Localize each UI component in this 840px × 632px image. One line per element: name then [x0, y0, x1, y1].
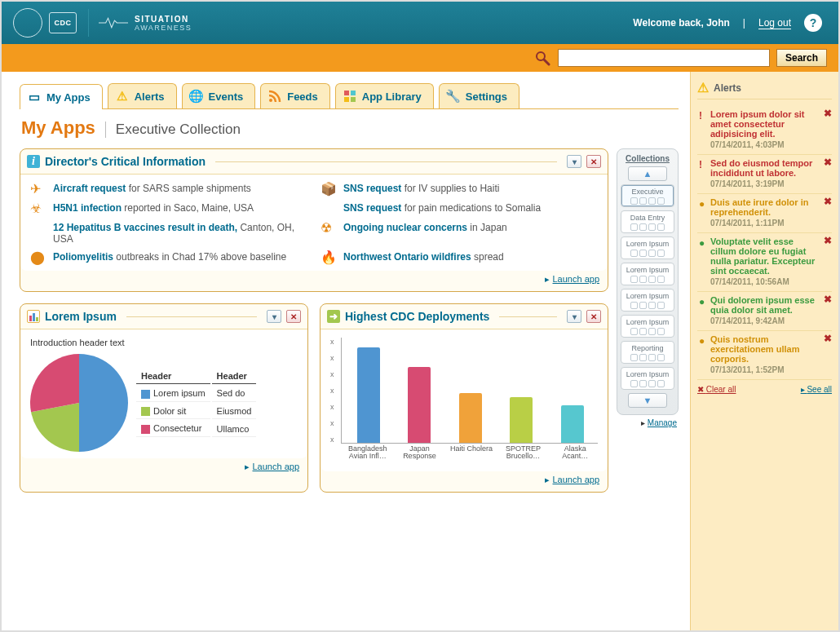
alert-item[interactable]: !✖Lorem ipsum dolor sit amet consectetur…: [697, 106, 832, 155]
alerts-heading: Alerts: [714, 82, 741, 94]
alert-item[interactable]: ●✖Quis nostrum exercitationem ullam corp…: [697, 331, 832, 380]
bar: [499, 397, 544, 443]
svg-rect-6: [351, 97, 356, 102]
collection-item[interactable]: Executive: [621, 184, 674, 207]
intro-text: Introduction header text: [30, 338, 298, 347]
tab-feeds[interactable]: Feeds: [260, 83, 330, 108]
alert-message: Duis aute irure dolor in reprehenderit.: [710, 197, 820, 217]
search-icon: [533, 49, 551, 67]
bar: [397, 367, 442, 443]
collection-item[interactable]: Lorem Ipsum: [621, 289, 674, 312]
info-icon: i: [27, 155, 40, 168]
alert-item[interactable]: ●✖Voluptate velit esse cillum dolore eu …: [697, 233, 832, 292]
dci-text: SNS request for IV supplies to Haiti: [343, 183, 499, 194]
dci-icon: ✈: [30, 183, 46, 196]
dismiss-button[interactable]: ✖: [824, 333, 832, 344]
panel-menu-button[interactable]: ▾: [567, 155, 581, 168]
panel-close-button[interactable]: ✕: [586, 310, 601, 323]
dci-text: Ongoing nuclear concerns in Japan: [343, 222, 507, 233]
bar-label: Bangladesh Avian Infl…: [345, 445, 391, 465]
dismiss-button[interactable]: ✖: [824, 196, 832, 207]
collection-item[interactable]: Reporting: [621, 341, 674, 364]
logout-link[interactable]: Log out: [758, 17, 791, 29]
alert-message: Qui dolorem ipsum esse quia dolor sit am…: [710, 295, 820, 315]
dci-item[interactable]: ☢Ongoing nuclear concerns in Japan: [321, 222, 598, 245]
panel-close-button[interactable]: ✕: [586, 155, 601, 168]
panel-menu-button[interactable]: ▾: [567, 310, 581, 323]
collection-item[interactable]: Data Entry: [621, 210, 674, 233]
collection-item[interactable]: Lorem Ipsum: [621, 367, 674, 390]
search-bar: Search: [2, 44, 838, 72]
search-input[interactable]: [558, 49, 770, 67]
panel-rule: [499, 316, 557, 317]
tab-alerts[interactable]: ⚠ Alerts: [108, 83, 177, 108]
dci-item[interactable]: ☣H5N1 infection reported in Saco, Maine,…: [30, 202, 307, 215]
alert-timestamp: 07/14/2011, 10:56AM: [710, 277, 820, 286]
tab-settings[interactable]: 🔧 Settings: [439, 83, 519, 108]
scroll-up-button[interactable]: ▲: [628, 166, 667, 181]
svg-rect-5: [344, 97, 349, 102]
panel-heading: Highest CDC Deployments: [345, 310, 489, 323]
collection-item[interactable]: Lorem Ipsum: [621, 236, 674, 259]
dci-item[interactable]: 12 Hepatitus B vaccines result in death,…: [30, 222, 307, 245]
dismiss-button[interactable]: ✖: [824, 294, 832, 305]
severity-icon: ●: [699, 296, 705, 307]
bar: [449, 393, 493, 443]
tab-label: Feeds: [287, 91, 318, 103]
x-labels: Bangladesh Avian Infl…Japan ResponseHait…: [345, 445, 598, 465]
severity-icon: ●: [699, 237, 705, 249]
panel-menu-button[interactable]: ▾: [267, 310, 281, 323]
main-tabs: ▭ My Apps ⚠ Alerts 🌐 Events Feeds: [20, 83, 679, 109]
alert-message: Voluptate velit esse cillum dolore eu fu…: [710, 236, 820, 276]
tab-app-library[interactable]: App Library: [335, 83, 434, 108]
search-button[interactable]: Search: [776, 49, 827, 67]
alert-item[interactable]: ●✖Qui dolorem ipsum esse quia dolor sit …: [697, 292, 832, 331]
scroll-down-button[interactable]: ▼: [628, 393, 667, 408]
clear-all-link[interactable]: Clear all: [697, 385, 736, 394]
dci-item[interactable]: 📦SNS request for IV supplies to Haiti: [321, 183, 598, 196]
collections-heading: Collections: [621, 154, 674, 163]
manage-link[interactable]: Manage: [648, 418, 677, 427]
panel-rule: [126, 316, 257, 317]
launch-app-link[interactable]: Launch app: [553, 274, 600, 284]
alert-timestamp: 07/13/2011, 1:52PM: [710, 365, 820, 374]
help-button[interactable]: ?: [804, 14, 822, 32]
panel-close-button[interactable]: ✕: [286, 310, 301, 323]
dismiss-button[interactable]: ✖: [824, 235, 832, 246]
dci-item[interactable]: ⬤Poliomyelitis outbreaks in Chad 17% abo…: [30, 251, 307, 264]
see-all-link[interactable]: See all: [801, 385, 832, 394]
dismiss-button[interactable]: ✖: [824, 157, 832, 168]
bar: [347, 347, 391, 443]
alert-message: Lorem ipsum dolor sit amet consectetur a…: [710, 109, 820, 139]
svg-point-2: [269, 99, 272, 102]
dci-text: H5N1 infection reported in Saco, Maine, …: [53, 202, 254, 214]
welcome-text: Welcome back, John: [633, 17, 729, 29]
alert-icon: ⚠: [115, 89, 130, 104]
alert-item[interactable]: ●✖Duis aute irure dolor in reprehenderit…: [697, 194, 832, 233]
window-icon: ▭: [27, 90, 42, 104]
dci-item[interactable]: 🔥Northwest Ontario wildfires spread: [321, 251, 598, 264]
dci-item[interactable]: ✈Aircraft request for SARS sample shipme…: [30, 183, 307, 196]
bar: [550, 405, 595, 443]
dci-icon: ☣: [30, 202, 46, 215]
bar-label: SPOTREP Brucello…: [501, 445, 546, 465]
severity-icon: !: [699, 159, 702, 170]
rss-icon: [267, 89, 282, 104]
page-subtitle: Executive Collection: [105, 122, 241, 138]
collection-item[interactable]: Lorem Ipsum: [621, 263, 674, 285]
alert-item[interactable]: !✖Sed do eiusmod tempor incididunt ut la…: [697, 155, 832, 194]
app-header: CDC SITUATION AWARENESS Welcome back, Jo…: [2, 2, 838, 44]
tab-my-apps[interactable]: ▭ My Apps: [20, 84, 103, 109]
launch-app-link[interactable]: Launch app: [253, 462, 300, 471]
heartbeat-icon: [99, 15, 128, 30]
dci-item[interactable]: SNS request for pain medications to Soma…: [321, 202, 598, 215]
tab-events[interactable]: 🌐 Events: [182, 83, 256, 108]
launch-app-link[interactable]: Launch app: [553, 475, 600, 484]
collection-item[interactable]: Lorem Ipsum: [621, 315, 674, 338]
bar-label: Japan Response: [397, 445, 443, 465]
alert-timestamp: 07/14/2011, 3:19PM: [710, 179, 820, 188]
pie-chart: [30, 354, 128, 452]
brand-line2: AWARENESS: [135, 24, 192, 32]
dismiss-button[interactable]: ✖: [824, 108, 832, 119]
panel-heading: Lorem Ipsum: [45, 310, 117, 323]
